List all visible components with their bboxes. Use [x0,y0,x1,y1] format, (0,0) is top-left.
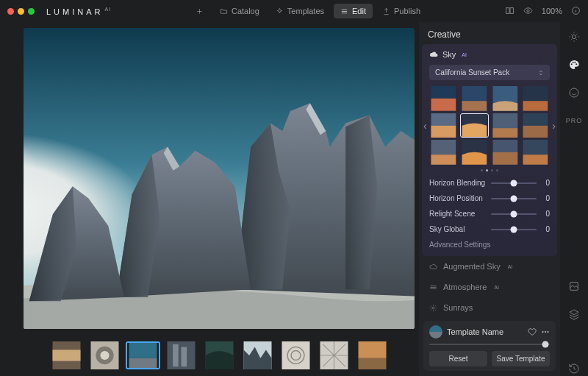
minimize-window-button[interactable] [18,8,24,15]
sky-preset[interactable] [491,113,520,138]
slider-knob[interactable] [511,180,517,186]
compare-icon [505,6,514,15]
slider-knob[interactable] [511,195,517,202]
slider-track[interactable] [491,198,537,199]
history-tool[interactable] [567,361,581,376]
slider-label: Horizon Position [429,194,487,202]
filmstrip-thumb[interactable] [240,341,275,369]
nav-templates[interactable]: Templates [269,4,331,18]
maximize-window-button[interactable] [28,8,35,15]
filmstrip-thumb[interactable] [49,341,84,369]
essentials-tab[interactable] [567,29,581,44]
sky-header[interactable]: Sky AI [429,50,550,59]
slider-track[interactable] [491,229,537,230]
add-button[interactable] [189,4,210,18]
svg-rect-26 [431,99,456,111]
pro-label: PRO [566,117,583,124]
svg-rect-31 [523,101,548,110]
more-button[interactable] [541,327,550,336]
sky-preset[interactable] [491,140,520,165]
atmosphere-icon [429,283,437,291]
slider-track[interactable] [491,182,537,184]
atmosphere-section[interactable]: Atmosphere AI [419,277,560,297]
advanced-settings-toggle[interactable]: Advanced Settings [429,241,550,249]
sunrays-icon [429,304,437,312]
layers-tool[interactable] [567,307,581,322]
nav-edit[interactable]: Edit [334,4,373,18]
close-window-button[interactable] [7,8,14,15]
sliders-icon [340,7,348,15]
sky-preset[interactable] [460,86,489,111]
reset-button[interactable]: Reset [429,351,487,366]
help-button[interactable] [571,6,581,17]
svg-rect-8 [52,350,80,361]
slider-value: 0 [541,194,550,202]
sky-preset[interactable] [521,86,550,111]
sky-preset[interactable] [429,140,458,165]
filmstrip-thumb[interactable] [317,341,351,369]
svg-rect-1 [510,7,513,13]
filmstrip-thumb[interactable] [164,341,198,369]
nav-catalog[interactable]: Catalog [213,4,266,18]
save-template-button[interactable]: Save Template [492,351,550,366]
edit-panel: Creative Sky AI California Sunset Pack ‹ [419,22,560,376]
sky-label: Sky [442,50,456,59]
pro-tab[interactable]: PRO [566,113,583,128]
template-amount-slider[interactable] [429,344,550,345]
sky-preset[interactable] [429,86,458,111]
info-icon [571,6,581,15]
filmstrip-thumb[interactable] [87,341,122,369]
template-bar: Template Name Reset Save Template [423,321,556,371]
svg-rect-28 [462,101,487,110]
svg-rect-23 [358,341,386,358]
favorite-button[interactable] [528,327,537,336]
compare-button[interactable] [505,6,514,17]
sunrays-section[interactable]: Sunrays [419,297,560,318]
svg-rect-33 [431,126,456,138]
history-icon [568,363,580,375]
sky-preset[interactable] [460,113,489,138]
atmosphere-label: Atmosphere [443,283,487,291]
creative-tab[interactable] [567,57,581,72]
portrait-tab[interactable] [567,85,581,100]
svg-point-2 [527,9,529,11]
svg-rect-40 [431,155,456,165]
slider-track[interactable] [491,213,537,215]
filmstrip [24,338,415,373]
crop-tool[interactable] [567,279,581,294]
preview-button[interactable] [523,6,533,17]
photo-canvas[interactable] [24,28,415,329]
sky-preset[interactable] [491,86,520,111]
filmstrip-thumb[interactable] [355,341,390,369]
slider-relight-scene[interactable]: Relight Scene 0 [429,210,550,218]
slider-sky-global[interactable]: Sky Global 0 [429,225,550,233]
filmstrip-thumb[interactable] [202,341,237,369]
svg-rect-12 [129,341,157,358]
sky-pack-select[interactable]: California Sunset Pack [429,65,550,80]
cloud-icon [429,50,438,59]
svg-rect-38 [523,126,548,138]
ai-badge: AI [462,52,467,57]
sky-preset[interactable] [521,140,550,165]
sky-grid-prev[interactable]: ‹ [422,118,429,133]
filmstrip-thumb[interactable] [126,341,160,369]
augmented-sky-section[interactable]: Augmented Sky AI [419,256,560,277]
slider-horizon-position[interactable]: Horizon Position 0 [429,194,550,202]
zoom-level[interactable]: 100% [542,7,562,15]
sky-preset[interactable] [460,140,489,165]
sky-preset[interactable] [429,113,458,138]
sky-preset[interactable] [521,113,550,138]
slider-horizon-blending[interactable]: Horizon Blending 0 [429,179,550,187]
face-icon [568,87,580,99]
tool-rail: PRO [560,22,588,376]
sky-pack-selected: California Sunset Pack [435,68,509,77]
slider-knob[interactable] [542,341,549,348]
filmstrip-thumb[interactable] [279,341,313,369]
slider-knob[interactable] [511,226,517,233]
sky-grid-next[interactable]: › [551,118,557,133]
svg-rect-25 [431,86,456,99]
svg-rect-24 [358,358,386,369]
nav-publish[interactable]: Publish [376,4,427,18]
svg-rect-0 [506,7,509,13]
slider-knob[interactable] [511,210,517,217]
